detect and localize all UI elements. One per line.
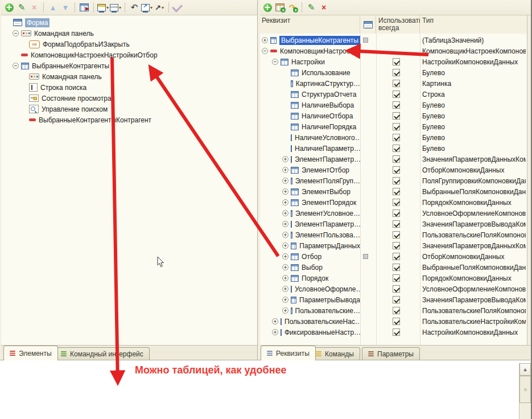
expander-icon[interactable] [262, 37, 268, 43]
attribute-row[interactable]: ПараметрыДанных ЗначенияПараметровДанных… [259, 240, 527, 251]
attribute-row[interactable]: ПараметрыВывода ЗначенияПараметровВывода… [259, 294, 527, 305]
expander-icon[interactable] [282, 253, 288, 260]
attribute-row[interactable]: ПользовательскиеНас… ПользовательскиеНас… [259, 316, 527, 327]
use-always-checkbox[interactable] [393, 264, 400, 271]
expander-icon[interactable] [282, 264, 288, 270]
undo-arrow-icon[interactable]: ↶ [129, 2, 140, 13]
expander-icon[interactable] [282, 167, 288, 173]
expander-icon[interactable] [282, 210, 288, 216]
column-header-use-always[interactable]: Использовать всегда [376, 15, 420, 34]
use-always-checkbox[interactable] [393, 285, 400, 293]
use-always-checkbox[interactable] [393, 155, 400, 163]
use-always-checkbox[interactable] [393, 231, 400, 239]
attributes-tab-3[interactable]: Параметры [362, 347, 420, 360]
expander-icon[interactable] [282, 232, 288, 238]
expander-icon[interactable] [282, 178, 288, 184]
expander-icon[interactable] [282, 286, 288, 292]
attribute-row[interactable]: Отбор ОтборКомпоновкиДанных [259, 251, 527, 262]
use-always-checkbox[interactable] [393, 166, 400, 174]
attribute-row[interactable]: НаличиеПорядка Булево [259, 121, 527, 132]
column-header-type[interactable]: Тип [420, 15, 527, 34]
move-up-icon[interactable]: ▲ [47, 2, 59, 13]
tree-item[interactable]: ВыбранныеКонтрагентыКонтрагент [1, 114, 257, 125]
expander-icon[interactable] [272, 59, 278, 65]
panel-splitter[interactable] [257, 0, 260, 360]
form-view-dropdown-icon[interactable]: ▾ [97, 2, 109, 13]
panels-dropdown-icon[interactable]: ▾ [110, 2, 121, 13]
elements-tab-2[interactable]: Командный интерфейс [55, 347, 150, 360]
attribute-row[interactable]: СтруктураОтчета Строка [259, 89, 527, 100]
expander-icon[interactable] [272, 318, 278, 324]
use-always-checkbox[interactable] [393, 69, 400, 76]
attributes-tab-1[interactable]: Реквизиты [261, 346, 316, 360]
use-always-checkbox[interactable] [393, 242, 400, 249]
preview-scrollbar[interactable]: ▲ [519, 363, 531, 419]
expander-icon[interactable] [282, 188, 288, 195]
attributes-scrollbar[interactable] [527, 15, 532, 345]
use-always-checkbox[interactable] [393, 101, 400, 109]
attribute-row[interactable]: ЭлементПоляГруп… ПоляГруппировкиКомпонов… [259, 175, 527, 186]
attribute-row[interactable]: ВыбранныеКонтрагенты (ТаблицаЗначений) [259, 35, 527, 46]
move-down-icon[interactable]: ▼ [60, 2, 71, 13]
use-always-checkbox[interactable] [393, 134, 400, 141]
elements-tab-1[interactable]: Элементы [3, 346, 58, 360]
attribute-row[interactable]: НаличиеОтбора Булево [259, 110, 527, 121]
window-size-dropdown-icon[interactable]: ▾ [141, 2, 152, 13]
add-icon[interactable] [3, 2, 15, 13]
use-always-checkbox[interactable] [393, 123, 400, 130]
expander-icon[interactable] [282, 243, 288, 249]
use-always-checkbox[interactable] [393, 209, 400, 217]
tree-item[interactable]: Управление поиском [1, 104, 257, 114]
scale-dropdown-icon[interactable]: ↗▾ [154, 2, 165, 13]
attribute-row[interactable]: Использование Булево [259, 67, 527, 78]
tree-item[interactable]: Строка поиска [1, 82, 257, 93]
use-always-checkbox[interactable] [393, 80, 400, 87]
expander-icon[interactable] [262, 48, 268, 54]
expander-icon[interactable] [282, 307, 288, 314]
delete-icon-disabled[interactable]: × [28, 2, 40, 13]
tree-item[interactable]: ок ФормаПодобратьИЗакрыть [1, 39, 257, 50]
use-always-checkbox[interactable] [393, 220, 400, 228]
column-header-attribute[interactable]: Реквизит [259, 15, 360, 34]
apply-check-icon[interactable] [172, 2, 184, 13]
attribute-row[interactable]: ЭлементПараметр… ЗначенияПараметровВывод… [259, 219, 527, 229]
tree-item[interactable]: Форма [1, 17, 257, 28]
attribute-row[interactable]: УсловноеОформле… УсловноеОформлениеКомпо… [259, 284, 527, 294]
scroll-thumb[interactable] [519, 376, 531, 403]
expander-icon[interactable] [282, 221, 288, 227]
attribute-row[interactable]: ЭлементПорядок ПорядокКомпоновкиДанных [259, 197, 527, 208]
attributes-tab-2[interactable]: Команды [310, 347, 360, 360]
tree-item[interactable]: Командная панель [1, 71, 257, 82]
use-always-checkbox[interactable] [393, 91, 400, 98]
attribute-row[interactable]: ФиксированныеНастр… НастройкиКомпоновкиД… [259, 327, 527, 338]
use-always-checkbox[interactable] [393, 177, 400, 184]
attribute-row[interactable]: ЭлементПараметр… ЗначенияПараметровДанны… [259, 154, 527, 165]
expander-icon[interactable] [282, 297, 288, 303]
attribute-row[interactable]: ЭлементВыбор ВыбранныеПоляКомпоновкиДанн… [259, 186, 527, 197]
tree-item[interactable]: Командная панель [1, 28, 257, 39]
column-header-form-icon[interactable] [360, 15, 376, 34]
expander-icon[interactable] [13, 63, 19, 69]
add-table-attribute-icon[interactable] [274, 2, 286, 13]
attribute-row[interactable]: НаличиеПараметр… Булево [259, 143, 527, 154]
use-always-checkbox[interactable] [393, 199, 400, 206]
expander-icon[interactable] [282, 156, 288, 162]
use-always-checkbox[interactable] [393, 188, 400, 195]
use-always-checkbox[interactable] [393, 296, 400, 303]
tree-item[interactable]: КомпоновщикНастроекНастройкиОтбор [1, 50, 257, 60]
delete-icon[interactable]: × [318, 2, 329, 13]
use-always-checkbox[interactable] [393, 318, 400, 325]
attribute-row[interactable]: ЭлементУсловное… УсловноеОформлениеКомпо… [259, 208, 527, 219]
expander-icon[interactable] [13, 30, 19, 36]
tree-item[interactable]: ВыбранныеКонтрагенты [1, 60, 257, 71]
use-always-checkbox[interactable] [393, 307, 400, 314]
use-always-checkbox[interactable] [393, 58, 400, 65]
expander-icon[interactable] [282, 275, 288, 281]
attribute-row[interactable]: Пользовательские… ПользовательскиеПоляКо… [259, 305, 527, 316]
check-elements-icon[interactable]: ▶ [79, 2, 90, 13]
add-icon[interactable] [262, 2, 273, 13]
attribute-row[interactable]: КомпоновщикНастроек КомпоновщикНастроекК… [259, 46, 527, 56]
use-always-checkbox[interactable] [393, 328, 400, 336]
use-always-checkbox[interactable] [393, 112, 400, 120]
expander-icon[interactable] [282, 199, 288, 206]
